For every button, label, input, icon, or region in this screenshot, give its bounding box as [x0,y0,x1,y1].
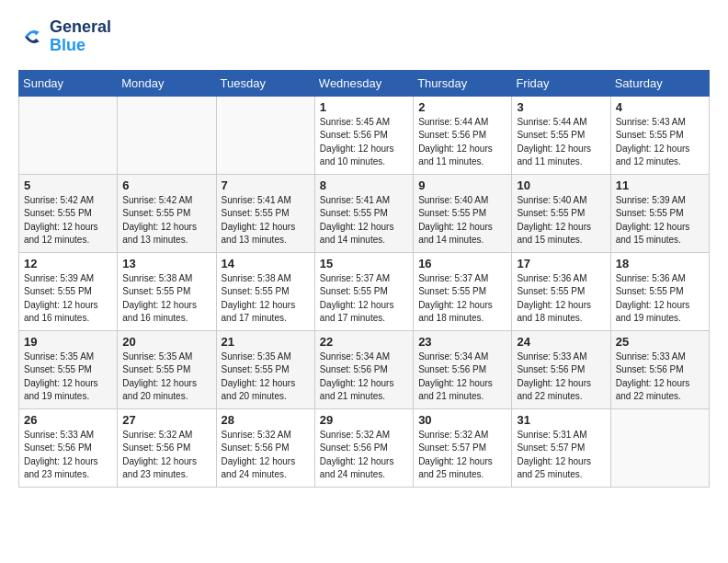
calendar-day-cell: 11Sunrise: 5:39 AM Sunset: 5:55 PM Dayli… [610,174,709,252]
day-number: 31 [517,413,605,427]
day-number: 29 [320,413,408,427]
day-info: Sunrise: 5:38 AM Sunset: 5:55 PM Dayligh… [222,272,310,326]
calendar-day-cell: 30Sunrise: 5:32 AM Sunset: 5:57 PM Dayli… [414,408,512,487]
calendar-day-cell [19,96,118,174]
calendar-day-cell: 28Sunrise: 5:32 AM Sunset: 5:56 PM Dayli… [216,408,314,487]
calendar-day-cell: 18Sunrise: 5:36 AM Sunset: 5:55 PM Dayli… [610,252,709,330]
calendar-day-cell: 25Sunrise: 5:33 AM Sunset: 5:56 PM Dayli… [610,330,709,408]
calendar-day-cell: 1Sunrise: 5:45 AM Sunset: 5:56 PM Daylig… [314,96,413,174]
day-info: Sunrise: 5:45 AM Sunset: 5:56 PM Dayligh… [320,116,408,169]
day-number: 7 [222,178,310,192]
calendar-day-cell: 21Sunrise: 5:35 AM Sunset: 5:55 PM Dayli… [216,330,314,408]
day-info: Sunrise: 5:31 AM Sunset: 5:57 PM Dayligh… [517,429,605,482]
calendar-week-row: 26Sunrise: 5:33 AM Sunset: 5:56 PM Dayli… [19,408,710,487]
calendar-table: SundayMondayTuesdayWednesdayThursdayFrid… [18,70,710,488]
day-info: Sunrise: 5:40 AM Sunset: 5:55 PM Dayligh… [418,194,506,247]
day-number: 1 [320,100,408,114]
day-number: 20 [122,335,210,349]
calendar-day-cell [610,408,709,487]
day-number: 24 [517,335,605,349]
day-number: 23 [418,335,506,349]
calendar-day-cell [118,96,216,174]
day-info: Sunrise: 5:41 AM Sunset: 5:55 PM Dayligh… [320,194,408,247]
weekday-header: Sunday [19,70,118,96]
day-info: Sunrise: 5:33 AM Sunset: 5:56 PM Dayligh… [517,350,605,404]
calendar-day-cell: 31Sunrise: 5:31 AM Sunset: 5:57 PM Dayli… [512,408,610,487]
calendar-day-cell: 24Sunrise: 5:33 AM Sunset: 5:56 PM Dayli… [512,330,610,408]
calendar-day-cell: 4Sunrise: 5:43 AM Sunset: 5:55 PM Daylig… [610,96,709,174]
day-number: 2 [418,100,506,114]
day-number: 27 [122,413,210,427]
day-info: Sunrise: 5:32 AM Sunset: 5:56 PM Dayligh… [320,429,408,482]
day-number: 3 [517,100,605,114]
weekday-header: Saturday [610,70,709,96]
day-number: 8 [320,178,408,192]
day-number: 18 [616,257,704,270]
day-number: 5 [24,178,112,192]
day-number: 25 [616,335,704,349]
day-info: Sunrise: 5:36 AM Sunset: 5:55 PM Dayligh… [616,272,704,326]
calendar-day-cell: 29Sunrise: 5:32 AM Sunset: 5:56 PM Dayli… [314,408,413,487]
day-info: Sunrise: 5:32 AM Sunset: 5:57 PM Dayligh… [418,429,506,482]
calendar-day-cell: 10Sunrise: 5:40 AM Sunset: 5:55 PM Dayli… [512,174,610,252]
calendar-day-cell: 17Sunrise: 5:36 AM Sunset: 5:55 PM Dayli… [512,252,610,330]
calendar-day-cell: 2Sunrise: 5:44 AM Sunset: 5:56 PM Daylig… [414,96,512,174]
day-info: Sunrise: 5:36 AM Sunset: 5:55 PM Dayligh… [517,272,605,326]
day-number: 4 [616,100,704,114]
day-info: Sunrise: 5:43 AM Sunset: 5:55 PM Dayligh… [616,116,704,169]
calendar-day-cell: 22Sunrise: 5:34 AM Sunset: 5:56 PM Dayli… [314,330,413,408]
day-info: Sunrise: 5:44 AM Sunset: 5:56 PM Dayligh… [418,116,506,169]
calendar-day-cell: 7Sunrise: 5:41 AM Sunset: 5:55 PM Daylig… [216,174,314,252]
day-number: 10 [517,178,605,192]
calendar-day-cell: 15Sunrise: 5:37 AM Sunset: 5:55 PM Dayli… [314,252,413,330]
calendar-day-cell [216,96,314,174]
day-number: 30 [418,413,506,427]
day-number: 6 [122,178,210,192]
day-number: 19 [24,335,112,349]
day-info: Sunrise: 5:35 AM Sunset: 5:55 PM Dayligh… [222,350,310,404]
calendar-week-row: 1Sunrise: 5:45 AM Sunset: 5:56 PM Daylig… [19,96,710,174]
calendar-week-row: 5Sunrise: 5:42 AM Sunset: 5:55 PM Daylig… [19,174,710,252]
calendar-day-cell: 16Sunrise: 5:37 AM Sunset: 5:55 PM Dayli… [414,252,512,330]
day-info: Sunrise: 5:41 AM Sunset: 5:55 PM Dayligh… [222,194,310,247]
calendar-day-cell: 26Sunrise: 5:33 AM Sunset: 5:56 PM Dayli… [19,408,118,487]
day-info: Sunrise: 5:39 AM Sunset: 5:55 PM Dayligh… [616,194,704,247]
day-info: Sunrise: 5:37 AM Sunset: 5:55 PM Dayligh… [418,272,506,326]
day-number: 11 [616,178,704,192]
page-header: General Blue [18,18,710,55]
weekday-header: Wednesday [314,70,413,96]
day-number: 9 [418,178,506,192]
calendar-day-cell: 23Sunrise: 5:34 AM Sunset: 5:56 PM Dayli… [414,330,512,408]
calendar-day-cell: 20Sunrise: 5:35 AM Sunset: 5:55 PM Dayli… [118,330,216,408]
day-info: Sunrise: 5:40 AM Sunset: 5:55 PM Dayligh… [517,194,605,247]
calendar-day-cell: 27Sunrise: 5:32 AM Sunset: 5:56 PM Dayli… [118,408,216,487]
calendar-day-cell: 5Sunrise: 5:42 AM Sunset: 5:55 PM Daylig… [19,174,118,252]
day-info: Sunrise: 5:44 AM Sunset: 5:55 PM Dayligh… [517,116,605,169]
day-number: 16 [418,257,506,270]
day-number: 17 [517,257,605,270]
calendar-day-cell: 12Sunrise: 5:39 AM Sunset: 5:55 PM Dayli… [19,252,118,330]
weekday-header: Thursday [414,70,512,96]
day-number: 21 [222,335,310,349]
day-number: 26 [24,413,112,427]
calendar-day-cell: 3Sunrise: 5:44 AM Sunset: 5:55 PM Daylig… [512,96,610,174]
day-info: Sunrise: 5:34 AM Sunset: 5:56 PM Dayligh… [418,350,506,404]
day-number: 28 [222,413,310,427]
calendar-week-row: 12Sunrise: 5:39 AM Sunset: 5:55 PM Dayli… [19,252,710,330]
day-info: Sunrise: 5:37 AM Sunset: 5:55 PM Dayligh… [320,272,408,326]
day-info: Sunrise: 5:32 AM Sunset: 5:56 PM Dayligh… [222,429,310,482]
calendar-day-cell: 8Sunrise: 5:41 AM Sunset: 5:55 PM Daylig… [314,174,413,252]
logo: General Blue [18,18,111,55]
calendar-day-cell: 13Sunrise: 5:38 AM Sunset: 5:55 PM Dayli… [118,252,216,330]
day-info: Sunrise: 5:42 AM Sunset: 5:55 PM Dayligh… [122,194,210,247]
calendar-day-cell: 14Sunrise: 5:38 AM Sunset: 5:55 PM Dayli… [216,252,314,330]
weekday-header: Tuesday [216,70,314,96]
weekday-header: Monday [118,70,216,96]
day-info: Sunrise: 5:39 AM Sunset: 5:55 PM Dayligh… [24,272,112,326]
day-info: Sunrise: 5:34 AM Sunset: 5:56 PM Dayligh… [320,350,408,404]
day-number: 14 [222,257,310,270]
day-info: Sunrise: 5:33 AM Sunset: 5:56 PM Dayligh… [616,350,704,404]
day-info: Sunrise: 5:35 AM Sunset: 5:55 PM Dayligh… [24,350,112,404]
weekday-header: Friday [512,70,610,96]
day-info: Sunrise: 5:33 AM Sunset: 5:56 PM Dayligh… [24,429,112,482]
